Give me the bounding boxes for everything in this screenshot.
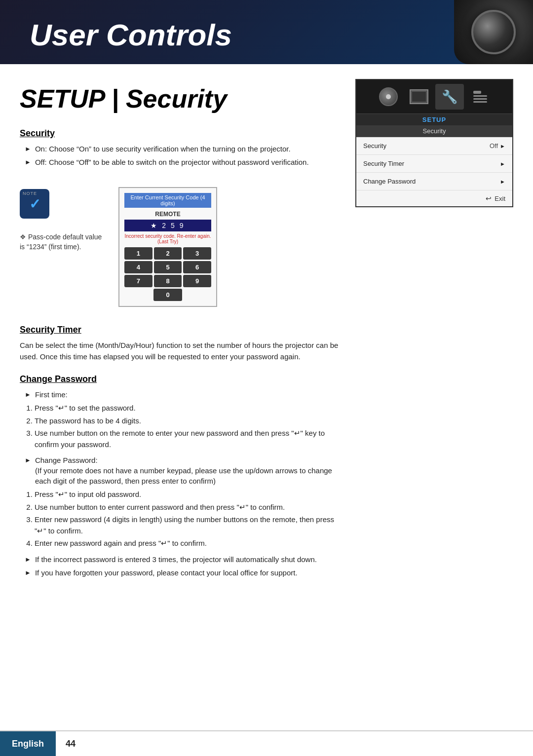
list-icon: [473, 91, 487, 103]
keypad-remote-label: REMOTE: [124, 211, 211, 218]
keypad-display: ★ 2 5 9: [124, 220, 211, 231]
security-bullet-1: ► On: Choose “On” to use security verifi…: [25, 144, 345, 154]
bullet-arrow-icon: ►: [25, 456, 31, 486]
wrench-icon: 🔧: [442, 89, 457, 105]
change-step-3: Enter new password (4 digits in length) …: [35, 514, 345, 536]
menu-icon-list[interactable]: [466, 84, 495, 110]
page-title: User Controls: [30, 17, 232, 52]
key-8[interactable]: 8: [154, 275, 182, 287]
key-3[interactable]: 3: [183, 247, 211, 260]
main-content: SETUP | Security Security ► On: Choose “…: [0, 64, 533, 605]
bottom-bar: English 44: [0, 731, 533, 756]
step-1: Press "↵" to set the password.: [35, 403, 345, 414]
extra-bullet-2: ► If you have forgotten your password, p…: [25, 567, 345, 578]
arrow-right-icon: ►: [500, 143, 505, 149]
first-time-label-item: ► First time:: [25, 389, 345, 400]
security-bullet-1-text: On: Choose “On” to use security verifica…: [35, 144, 291, 154]
change-pw-content: Change Password: (If your remote does no…: [35, 455, 345, 486]
key-7[interactable]: 7: [124, 275, 152, 287]
menu-rows: Security Off ► Security Timer ► Change P…: [356, 137, 512, 206]
menu-security-bar: Security: [356, 125, 512, 137]
change-pw-label: Change Password:: [35, 456, 98, 464]
change-password-section: Change Password ► First time: Press "↵" …: [20, 374, 345, 578]
key-1[interactable]: 1: [124, 247, 152, 260]
bullet-arrow-icon: ►: [25, 390, 31, 400]
page-number: 44: [56, 734, 85, 754]
menu-icon-disc[interactable]: [374, 84, 403, 110]
left-panel: SETUP | Security Security ► On: Choose “…: [20, 79, 345, 590]
menu-row-timer-value: ►: [500, 161, 505, 167]
key-2[interactable]: 2: [154, 247, 182, 260]
arrow-right-icon: ►: [500, 179, 505, 185]
note-section: Note: [20, 189, 109, 219]
menu-row-security-label: Security: [363, 142, 386, 150]
right-panel: 🔧 SETUP Security Security: [355, 79, 513, 590]
menu-icon-wrench[interactable]: 🔧: [435, 84, 464, 110]
change-password-heading: Change Password: [20, 374, 345, 384]
key-5[interactable]: 5: [154, 261, 182, 273]
header: User Controls: [0, 0, 533, 64]
keypad-grid: 1 2 3 4 5 6 7 8 9: [124, 247, 211, 287]
bullet-arrow-icon: ►: [25, 568, 31, 578]
camera-lens-icon: [471, 10, 516, 54]
change-step-1: Press "↵" to input old password.: [35, 489, 345, 500]
menu-row-password-label: Change Password: [363, 178, 416, 185]
menu-row-change-password[interactable]: Change Password ►: [356, 173, 512, 190]
key-6[interactable]: 6: [183, 261, 211, 273]
keypad-title: Enter Current Security Code (4 digits): [124, 193, 211, 208]
change-pw-note: (If your remote does not have a number k…: [35, 466, 332, 485]
exit-label: Exit: [495, 195, 505, 202]
extra-bullet-1: ► If the incorrect password is entered 3…: [25, 554, 345, 565]
exit-arrow-icon: ↩: [486, 194, 492, 202]
change-steps: Press "↵" to input old password. Use num…: [20, 489, 345, 549]
bullet-arrow-icon: ►: [25, 145, 31, 154]
bullet-arrow-icon: ►: [25, 158, 31, 167]
security-bullet-2: ► Off: Choose “Off” to be able to switch…: [25, 157, 345, 167]
menu-icons-row: 🔧: [356, 80, 512, 113]
keypad-illustration: Enter Current Security Code (4 digits) R…: [118, 187, 217, 307]
key-0[interactable]: 0: [153, 289, 182, 301]
change-pw-bullet: ► Change Password: (If your remote does …: [20, 455, 345, 486]
security-timer-section: Security Timer Can be select the time (M…: [20, 325, 345, 362]
security-timer-para: Can be select the time (Month/Day/Hour) …: [20, 340, 345, 362]
extra-bullet-1-text: If the incorrect password is entered 3 t…: [35, 554, 317, 565]
first-time-bullet: ► First time:: [20, 389, 345, 400]
disc-icon: [379, 87, 398, 106]
setup-section-title: SETUP | Security: [20, 84, 345, 113]
keypad-zero-row: 0: [124, 289, 211, 301]
security-timer-heading: Security Timer: [20, 325, 345, 335]
keypad-error: Incorrect security code. Re-enter again.…: [124, 233, 211, 244]
security-bullet-2-text: Off: Choose “Off” to be able to switch o…: [35, 157, 309, 167]
step-3: Use number button on the remote to enter…: [35, 428, 345, 450]
security-section: Security ► On: Choose “On” to use securi…: [20, 128, 345, 167]
extra-bullet-2-text: If you have forgotten your password, ple…: [35, 567, 298, 578]
first-time-label: First time:: [35, 389, 68, 400]
menu-row-security-value: Off ►: [490, 142, 505, 150]
menu-row-security-timer[interactable]: Security Timer ►: [356, 155, 512, 173]
step-2: The password has to be 4 digits.: [35, 416, 345, 427]
menu-row-password-value: ►: [500, 179, 505, 185]
key-4[interactable]: 4: [124, 261, 152, 273]
menu-row-security[interactable]: Security Off ►: [356, 137, 512, 155]
menu-exit-row[interactable]: ↩ Exit: [356, 190, 512, 206]
bullet-arrow-icon: ►: [25, 555, 31, 565]
change-pw-label-item: ► Change Password: (If your remote does …: [25, 455, 345, 486]
menu-icon-screen[interactable]: [405, 84, 433, 110]
note-label: Note: [23, 191, 37, 196]
camera-decoration: [454, 0, 533, 64]
menu-screenshot: 🔧 SETUP Security Security: [355, 79, 513, 207]
note-text: Pass-code default value is “1234” (first…: [20, 228, 109, 252]
key-9[interactable]: 9: [183, 275, 211, 287]
security-heading: Security: [20, 128, 345, 139]
change-step-4: Enter new password again and press "↵" t…: [35, 538, 345, 549]
extra-bullets: ► If the incorrect password is entered 3…: [20, 554, 345, 578]
language-badge: English: [0, 731, 56, 756]
first-time-steps: Press "↵" to set the password. The passw…: [20, 403, 345, 450]
note-badge-icon: Note: [20, 189, 49, 219]
menu-row-timer-label: Security Timer: [363, 160, 404, 167]
menu-setup-bar: SETUP: [356, 113, 512, 125]
security-bullet-list: ► On: Choose “On” to use security verifi…: [20, 144, 345, 167]
screen-icon: [410, 89, 428, 104]
arrow-right-icon: ►: [500, 161, 505, 167]
change-step-2: Use number button to enter current passw…: [35, 502, 345, 513]
